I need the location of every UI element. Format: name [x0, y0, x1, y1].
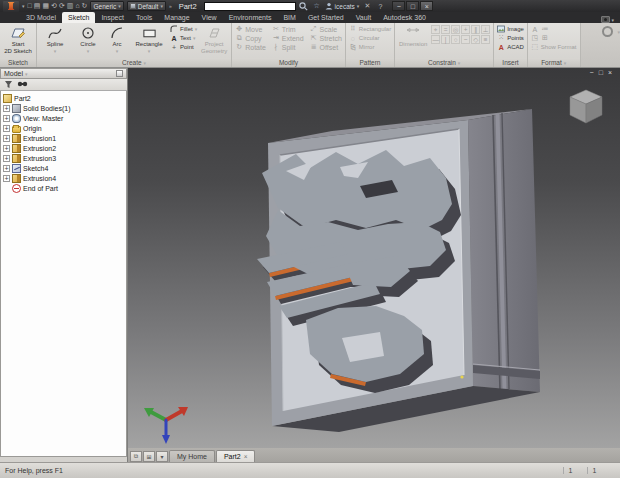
extend-button[interactable]: ⇥Extend	[272, 34, 304, 42]
symmetric-constraint-icon[interactable]: ◇	[471, 35, 480, 44]
arc-button[interactable]: Arc ▾	[106, 25, 128, 54]
project-geometry-button[interactable]: Project Geometry	[200, 25, 228, 54]
help-icon[interactable]: ?	[375, 1, 385, 11]
insert-points-button[interactable]: ⁙ Points	[497, 34, 524, 42]
app-menu-caret-icon[interactable]: ▾	[22, 3, 25, 9]
panel-label-create[interactable]: Create ▾	[37, 58, 231, 67]
stretch-button[interactable]: ⇱Stretch	[310, 34, 342, 42]
format-style-icons[interactable]: A≔	[531, 25, 577, 33]
tab-sketch[interactable]: Sketch	[62, 12, 95, 23]
restore-button[interactable]: □	[406, 1, 419, 11]
tree-item-part[interactable]: Part2	[3, 93, 126, 103]
point-button[interactable]: + Point	[170, 43, 197, 51]
rectangular-pattern-button[interactable]: ⠿Rectangular	[349, 25, 391, 33]
tree-item-origin[interactable]: + Origin	[3, 123, 126, 133]
qat-overflow-icon[interactable]: »	[169, 3, 172, 9]
expand-icon[interactable]: +	[3, 135, 10, 142]
tab-inspect[interactable]: Inspect	[95, 12, 130, 23]
smooth-constraint-icon[interactable]: ~	[461, 35, 470, 44]
tangent-constraint-icon[interactable]: ○	[451, 35, 460, 44]
graphics-viewport[interactable]: − □ ×	[128, 68, 620, 448]
tab-get-started[interactable]: Get Started	[302, 12, 350, 23]
format-layer-icons[interactable]: ◳⊞	[531, 34, 577, 42]
parallel-constraint-icon[interactable]: ∥	[471, 25, 480, 34]
close-button[interactable]: ×	[420, 1, 433, 11]
scale-button[interactable]: ⤢Scale	[310, 25, 342, 33]
save-icon[interactable]: ▦	[42, 1, 49, 11]
undo-icon[interactable]: ⟲	[51, 1, 57, 11]
new-file-icon[interactable]: □	[28, 1, 32, 11]
tree-item-extrusion4[interactable]: + Extrusion4	[3, 173, 126, 183]
doc-close-button[interactable]: ×	[608, 69, 612, 76]
tab-list-icon[interactable]: ▾	[156, 451, 168, 462]
tree-item-end-of-part[interactable]: End of Part	[3, 183, 126, 193]
doc-minimize-button[interactable]: −	[590, 69, 594, 76]
coincident-constraint-icon[interactable]: ⌖	[431, 25, 440, 34]
tab-bim[interactable]: BIM	[277, 12, 301, 23]
circular-pattern-button[interactable]: ◌Circular	[349, 34, 391, 42]
tab-manage[interactable]: Manage	[158, 12, 195, 23]
insert-image-button[interactable]: Image	[497, 25, 524, 33]
expand-icon[interactable]: +	[3, 115, 10, 122]
offset-button[interactable]: ≣Offset	[310, 43, 342, 51]
dimension-button[interactable]: Dimension	[398, 25, 428, 48]
mirror-button[interactable]: ⧎Mirror	[349, 43, 391, 51]
print-icon[interactable]: ▥	[67, 1, 74, 11]
tab-part2[interactable]: Part2 ×	[216, 450, 256, 462]
expand-icon[interactable]: +	[3, 165, 10, 172]
tree-item-view-master[interactable]: + View: Master	[3, 113, 126, 123]
spline-button[interactable]: Spline ▾	[40, 25, 70, 54]
tree-item-extrusion1[interactable]: + Extrusion1	[3, 133, 126, 143]
search-icon[interactable]	[299, 1, 309, 11]
expand-icon[interactable]: +	[3, 125, 10, 132]
filter-icon[interactable]	[4, 80, 13, 90]
vertical-constraint-icon[interactable]: |	[441, 35, 450, 44]
text-button[interactable]: A Text ▾	[170, 34, 197, 42]
fillet-button[interactable]: Fillet ▾	[170, 25, 197, 33]
minimize-button[interactable]: −	[392, 1, 405, 11]
split-button[interactable]: ∤Split	[272, 43, 304, 51]
tab-my-home[interactable]: My Home	[169, 450, 215, 462]
expand-icon[interactable]: +	[3, 105, 10, 112]
update-icon[interactable]: ↻	[82, 1, 88, 11]
rotate-button[interactable]: ↻Rotate	[235, 43, 266, 51]
expand-icon[interactable]: +	[3, 155, 10, 162]
viewcube[interactable]	[564, 84, 608, 128]
tab-autodesk-360[interactable]: Autodesk 360	[377, 12, 432, 23]
expand-icon[interactable]: +	[3, 145, 10, 152]
panel-label-constrain[interactable]: Constrain ▾	[395, 58, 493, 67]
tree-item-sketch4[interactable]: + Sketch4	[3, 163, 126, 173]
move-button[interactable]: ✥Move	[235, 25, 266, 33]
close-tab-icon[interactable]: ×	[244, 453, 248, 460]
start-2d-sketch-button[interactable]: Start 2D Sketch	[3, 25, 33, 54]
tab-3d-model[interactable]: 3D Model	[20, 12, 62, 23]
tree-item-extrusion2[interactable]: + Extrusion2	[3, 143, 126, 153]
application-menu-button[interactable]	[3, 1, 19, 12]
search-input[interactable]	[205, 3, 295, 10]
insert-acad-button[interactable]: A ACAD	[497, 43, 524, 51]
browser-options-icon[interactable]	[116, 70, 123, 77]
screencast-record-icon[interactable]: ▾	[601, 16, 614, 23]
material-dropdown[interactable]: Generic ▾	[90, 1, 123, 11]
tab-environments[interactable]: Environments	[223, 12, 278, 23]
close-session-icon[interactable]: ✕	[362, 1, 372, 11]
redo-icon[interactable]: ⟳	[59, 1, 65, 11]
tile-windows-icon[interactable]: ⊞	[143, 451, 155, 462]
rectangle-button[interactable]: Rectangle ▾	[131, 25, 167, 54]
tree-item-extrusion3[interactable]: + Extrusion3	[3, 153, 126, 163]
navigation-wheel-icon[interactable]	[602, 26, 613, 37]
circle-button[interactable]: Circle ▾	[73, 25, 103, 54]
panel-label-format[interactable]: Format ▾	[528, 58, 580, 67]
signin-user[interactable]: icecats ▾	[325, 2, 360, 10]
copy-button[interactable]: ⧉Copy	[235, 34, 266, 42]
browser-header[interactable]: Model ▾	[0, 68, 127, 79]
cascade-windows-icon[interactable]: ⧉	[130, 451, 142, 462]
favorites-star-icon[interactable]: ☆	[312, 1, 322, 11]
collinear-constraint-icon[interactable]: =	[441, 25, 450, 34]
equal-constraint-icon[interactable]: ≡	[481, 35, 490, 44]
trim-button[interactable]: ✂Trim	[272, 25, 304, 33]
doc-restore-button[interactable]: □	[599, 69, 603, 76]
show-format-button[interactable]: ⬚ Show Format	[531, 43, 577, 51]
tab-vault[interactable]: Vault	[350, 12, 377, 23]
search-box[interactable]	[204, 2, 296, 11]
